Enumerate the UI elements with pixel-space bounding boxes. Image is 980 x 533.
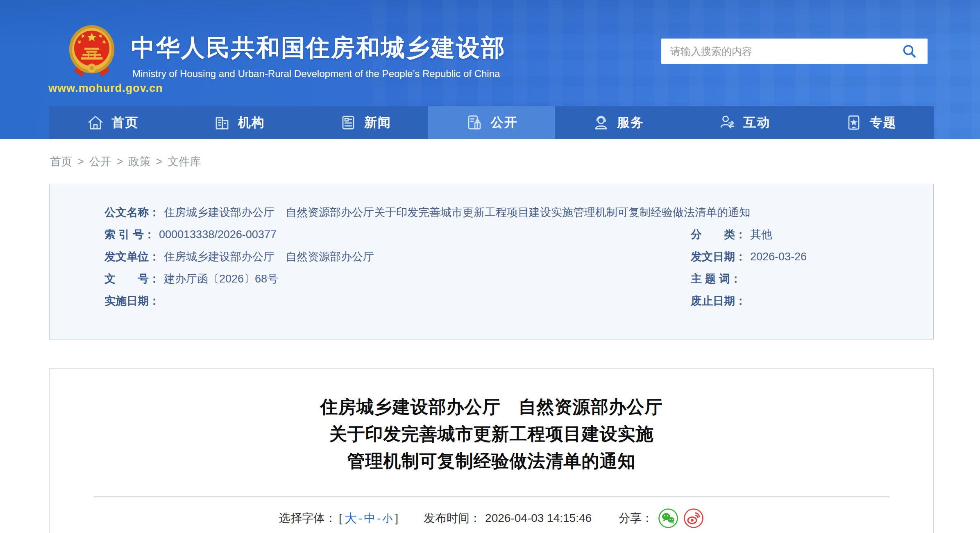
bracket-close: ] [395, 512, 398, 525]
dash: - [377, 512, 381, 525]
nav-label: 专题 [870, 114, 897, 131]
document-title-line: 管理机制可复制经验做法清单的通知 [95, 447, 888, 474]
nav-label: 首页 [111, 114, 138, 131]
search-icon [902, 44, 917, 59]
article-toolbar: 选择字体： [ 大 - 中 - 小 ] 发布时间： 2026-04-03 14:… [50, 508, 933, 528]
meta-value: 其他 [750, 227, 772, 242]
meta-label: 发文日期： [691, 249, 746, 264]
nav-label: 新闻 [364, 114, 391, 131]
breadcrumb: 首页 > 公开 > 政策 > 文件库 [50, 154, 201, 169]
meta-row-doc-name: 公文名称： 住房城乡建设部办公厅 自然资源部办公厅关于印发完善城市更新工程项目建… [104, 201, 917, 223]
nav-label: 公开 [490, 114, 517, 131]
national-emblem-icon [67, 25, 116, 80]
meta-label: 发文单位： [104, 249, 160, 264]
topics-icon [844, 113, 863, 132]
nav-item-interaction[interactable]: 互动 [681, 106, 807, 139]
breadcrumb-link-policy[interactable]: 政策 [129, 154, 151, 169]
publish-time: 发布时间： 2026-04-03 14:15:46 [424, 510, 592, 526]
site-title: 中华人民共和国住房和城乡建设部 [131, 32, 506, 64]
main-nav: 首页 机构 新闻 公开 [49, 106, 934, 139]
breadcrumb-link-home[interactable]: 首页 [50, 154, 72, 169]
breadcrumb-separator: > [117, 155, 123, 168]
meta-row: 文 号： 建办厅函〔2026〕68号 主 题 词： [104, 268, 917, 290]
meta-row: 实施日期： 废止日期： [104, 290, 917, 312]
nav-item-disclosure[interactable]: 公开 [428, 106, 554, 139]
organization-icon [213, 113, 231, 132]
meta-label: 废止日期： [691, 294, 746, 308]
breadcrumb-separator: > [156, 155, 163, 168]
publish-time-label: 发布时间： [424, 510, 481, 526]
document-title: 住房城乡建设部办公厅 自然资源部办公厅 关于印发完善城市更新工程项目建设实施 管… [95, 393, 888, 474]
nav-item-home[interactable]: 首页 [49, 106, 175, 139]
font-size-label: 选择字体： [279, 510, 336, 526]
wechat-icon[interactable] [658, 508, 678, 528]
meta-value: 建办厅函〔2026〕68号 [164, 271, 278, 286]
search-box [661, 39, 928, 64]
document-title-line: 住房城乡建设部办公厅 自然资源部办公厅 [95, 393, 888, 420]
meta-value: 住房城乡建设部办公厅 自然资源部办公厅关于印发完善城市更新工程项目建设实施管理机… [164, 205, 750, 220]
nav-item-topics[interactable]: 专题 [808, 106, 934, 139]
nav-item-news[interactable]: 新闻 [302, 106, 428, 139]
breadcrumb-separator: > [77, 155, 84, 168]
interaction-icon [718, 113, 737, 132]
document-meta-panel: 公文名称： 住房城乡建设部办公厅 自然资源部办公厅关于印发完善城市更新工程项目建… [49, 184, 934, 339]
service-icon [592, 113, 610, 132]
search-input[interactable] [670, 46, 901, 57]
article-panel: 住房城乡建设部办公厅 自然资源部办公厅 关于印发完善城市更新工程项目建设实施 管… [49, 368, 934, 533]
nav-item-organization[interactable]: 机构 [175, 106, 302, 139]
search-button[interactable] [901, 42, 919, 60]
share-label: 分享： [619, 510, 653, 526]
home-icon [86, 113, 105, 132]
nav-label: 机构 [238, 114, 265, 131]
breadcrumb-link-library[interactable]: 文件库 [168, 154, 201, 169]
title-divider [94, 496, 889, 497]
font-size-selector: 选择字体： [ 大 - 中 - 小 ] [279, 510, 401, 527]
nav-item-service[interactable]: 服务 [555, 106, 681, 139]
meta-value: 2026-03-26 [750, 251, 807, 263]
publish-time-value: 2026-04-03 14:15:46 [485, 512, 592, 525]
font-size-small-link[interactable]: 小 [382, 512, 392, 525]
breadcrumb-link-disclosure[interactable]: 公开 [89, 154, 111, 169]
meta-label: 分 类： [691, 227, 746, 242]
site-url: www.mohurd.gov.cn [48, 82, 136, 95]
weibo-icon[interactable] [683, 508, 704, 528]
disclosure-icon [465, 113, 484, 132]
dash: - [358, 512, 362, 525]
document-title-line: 关于印发完善城市更新工程项目建设实施 [95, 420, 888, 447]
meta-label: 索 引 号： [104, 227, 155, 242]
font-size-medium-link[interactable]: 中 [364, 510, 375, 526]
share-bar: 分享： [619, 508, 704, 528]
meta-value: 住房城乡建设部办公厅 自然资源部办公厅 [164, 249, 374, 264]
meta-label: 公文名称： [104, 205, 160, 220]
mohurd-page: www.mohurd.gov.cn 中华人民共和国住房和城乡建设部 Minist… [0, 0, 980, 533]
news-icon [339, 113, 358, 132]
nav-label: 服务 [617, 114, 644, 131]
meta-value: 000013338/2026-00377 [159, 228, 277, 241]
meta-label: 主 题 词： [691, 271, 741, 286]
nav-label: 互动 [743, 114, 770, 131]
meta-label: 实施日期： [104, 294, 160, 308]
font-size-large-link[interactable]: 大 [345, 510, 357, 527]
meta-row: 发文单位： 住房城乡建设部办公厅 自然资源部办公厅 发文日期： 2026-03-… [104, 246, 917, 268]
meta-label: 文 号： [104, 271, 160, 286]
bracket-open: [ [339, 512, 342, 525]
site-subtitle: Ministry of Housing and Urban-Rural Deve… [132, 68, 500, 80]
meta-row: 索 引 号： 000013338/2026-00377 分 类： 其他 [104, 223, 917, 246]
